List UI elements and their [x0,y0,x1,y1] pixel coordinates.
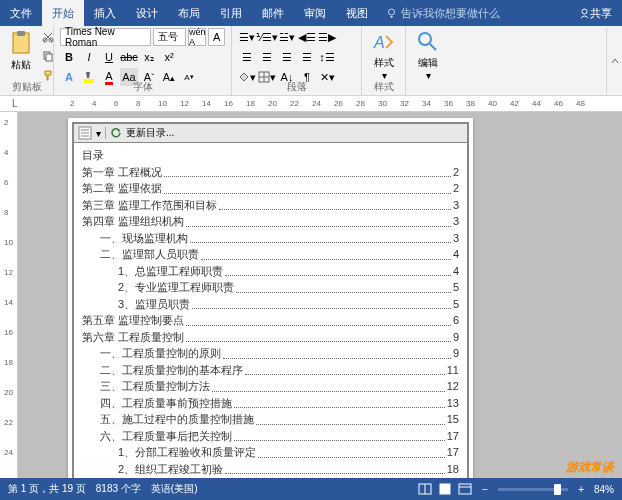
scissors-icon [42,31,54,43]
toc-entry[interactable]: 第三章 监理工作范围和目标3 [82,197,459,214]
grow-font-button[interactable]: wénA [188,28,206,46]
toc-entry[interactable]: 2、专业监理工程师职责5 [82,279,459,296]
tab-mail[interactable]: 邮件 [252,0,294,26]
copy-icon [42,50,54,62]
toc-entry[interactable]: 四、工程质量事前预控措施13 [82,395,459,412]
svg-text:A: A [373,34,385,51]
increase-indent-button[interactable]: ☰▶ [318,28,336,46]
status-bar: 第 1 页，共 19 页 8183 个字 英语(美国) − + 84% [0,478,622,500]
ribbon: 粘贴 剪贴板 Times New Roman 五号 wénA A B I U a… [0,26,622,96]
toc-entry[interactable]: 一、现场监理机构3 [82,230,459,247]
toc-entry[interactable]: 3、监理员职责5 [82,296,459,313]
group-font-label: 字体 [54,80,231,94]
group-paragraph-label: 段落 [232,80,361,94]
page: ▾ 更新目录... 目录 第一章 工程概况2第二章 监理依据2第三章 监理工作范… [68,118,473,478]
tab-layout[interactable]: 布局 [168,0,210,26]
justify-button[interactable]: ☰ [298,48,316,66]
align-left-button[interactable]: ☰ [238,48,256,66]
tell-me-text: 告诉我你想要做什么 [401,6,500,21]
zoom-level[interactable]: 84% [594,484,614,495]
toc-header: ▾ 更新目录... [74,124,467,143]
toc-entry[interactable]: 第二章 监理依据2 [82,180,459,197]
bullets-button[interactable]: ☰▾ [238,28,256,46]
page-view[interactable]: ▾ 更新目录... 目录 第一章 工程概况2第二章 监理依据2第三章 监理工作范… [18,112,622,478]
toc-entry[interactable]: 二、工程质量控制的基本程序11 [82,362,459,379]
align-right-button[interactable]: ☰ [278,48,296,66]
toc-entry[interactable]: 2、组织工程竣工初验18 [82,461,459,478]
tab-insert[interactable]: 插入 [84,0,126,26]
zoom-slider[interactable] [498,488,568,491]
watermark: 游戏常谈 [566,459,614,476]
web-layout-icon[interactable] [458,483,472,495]
toc-entry[interactable]: 六、工程质量事后把关控制17 [82,428,459,445]
toc-menu-icon[interactable] [78,126,92,140]
styles-icon: A [372,30,396,54]
toc-entry[interactable]: 五、施工过程中的质量控制措施15 [82,411,459,428]
page-indicator[interactable]: 第 1 页，共 19 页 [8,482,86,496]
group-styles-label: 样式 [362,80,405,94]
decrease-indent-button[interactable]: ◀☰ [298,28,316,46]
refresh-icon[interactable] [110,127,122,139]
multilevel-button[interactable]: ☱▾ [278,28,296,46]
lightbulb-icon [386,8,397,19]
toc-body: 目录 第一章 工程概况2第二章 监理依据2第三章 监理工作范围和目标3第四章 监… [74,143,467,478]
read-mode-icon[interactable] [418,483,432,495]
print-layout-icon[interactable] [438,483,452,495]
chevron-up-icon [610,56,620,66]
toc-entry[interactable]: 三、工程质量控制方法12 [82,378,459,395]
svg-rect-22 [459,484,471,494]
share-button[interactable]: 共享 [569,6,622,21]
toc-entry[interactable]: 3、参与工程竣工验收和质量等级评审19 [82,477,459,478]
word-count[interactable]: 8183 个字 [96,482,141,496]
zoom-out-button[interactable]: − [482,484,488,495]
tab-home[interactable]: 开始 [42,0,84,26]
superscript-button[interactable]: x² [160,48,178,66]
find-icon [416,30,440,54]
document-area: 24681012141618202224 ▾ 更新目录... 目录 第一章 工程… [0,112,622,478]
vertical-ruler[interactable]: 24681012141618202224 [0,112,18,478]
numbering-button[interactable]: ⅟☰▾ [258,28,276,46]
toc-entry[interactable]: 1、总监理工程师职责4 [82,263,459,280]
tell-me-search[interactable]: 告诉我你想要做什么 [378,6,569,21]
toc-entry[interactable]: 第一章 工程概况2 [82,164,459,181]
tab-design[interactable]: 设计 [126,0,168,26]
subscript-button[interactable]: x₂ [140,48,158,66]
svg-point-0 [389,9,395,15]
svg-rect-21 [440,484,450,494]
clipboard-icon [10,30,32,56]
font-name-select[interactable]: Times New Roman [60,28,151,46]
zoom-in-button[interactable]: + [578,484,584,495]
toc-entry[interactable]: 第四章 监理组织机构3 [82,213,459,230]
share-icon [579,8,590,19]
toc-container: ▾ 更新目录... 目录 第一章 工程概况2第二章 监理依据2第三章 监理工作范… [72,122,469,478]
char-border-button[interactable]: A [208,28,225,46]
tab-view[interactable]: 视图 [336,0,378,26]
title-bar: 文件 开始 插入 设计 布局 引用 邮件 审阅 视图 告诉我你想要做什么 共享 [0,0,622,26]
bold-button[interactable]: B [60,48,78,66]
svg-point-13 [419,33,431,45]
svg-point-1 [582,9,587,14]
align-center-button[interactable]: ☰ [258,48,276,66]
language-indicator[interactable]: 英语(美国) [151,482,198,496]
editing-button[interactable]: 编辑▾ [412,28,444,93]
tab-references[interactable]: 引用 [210,0,252,26]
toc-entry[interactable]: 一、工程质量控制的原则9 [82,345,459,362]
font-size-select[interactable]: 五号 [153,28,187,46]
underline-button[interactable]: U [100,48,118,66]
line-spacing-button[interactable]: ↕☰ [318,48,336,66]
strikethrough-button[interactable]: abc [120,48,138,66]
italic-button[interactable]: I [80,48,98,66]
svg-line-14 [430,44,436,50]
update-toc-button[interactable]: 更新目录... [126,126,174,140]
view-buttons [418,483,472,495]
toc-entry[interactable]: 1、分部工程验收和质量评定17 [82,444,459,461]
group-clipboard-label: 剪贴板 [0,80,53,94]
tab-file[interactable]: 文件 [0,0,42,26]
toc-entry[interactable]: 第六章 工程质量控制9 [82,329,459,346]
horizontal-ruler[interactable]: L 24681012141618202224262830323436384042… [0,96,622,112]
svg-rect-3 [17,31,25,36]
tab-review[interactable]: 审阅 [294,0,336,26]
toc-entry[interactable]: 二、监理部人员职责4 [82,246,459,263]
toc-entry[interactable]: 第五章 监理控制要点6 [82,312,459,329]
collapse-ribbon-button[interactable] [606,28,622,94]
